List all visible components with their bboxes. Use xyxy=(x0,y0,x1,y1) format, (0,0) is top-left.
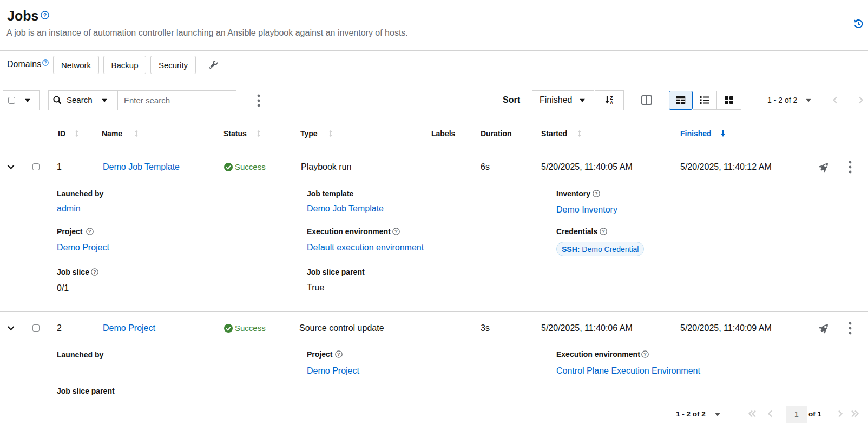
svg-text:A: A xyxy=(610,100,613,105)
svg-text:?: ? xyxy=(44,61,47,65)
svg-text:?: ? xyxy=(43,12,47,18)
